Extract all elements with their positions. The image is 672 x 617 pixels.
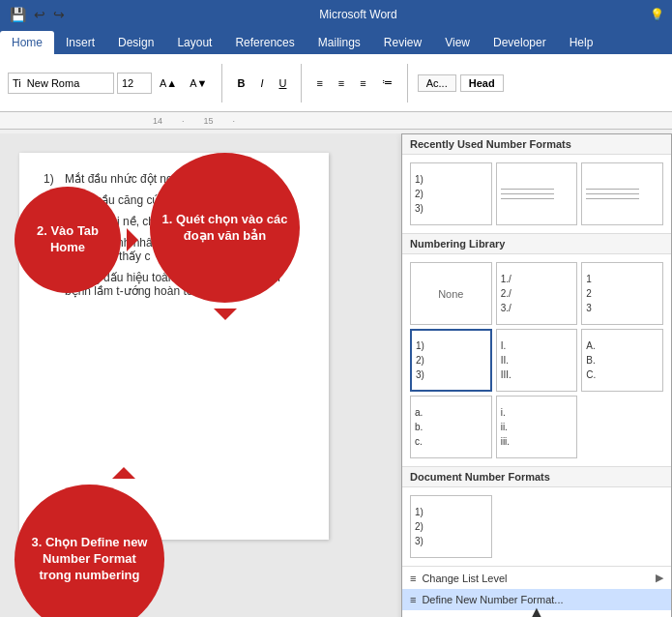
bold-btn[interactable]: B — [232, 73, 249, 94]
app-title: Microsoft Word — [67, 8, 650, 21]
main-area: 2. Vào Tab Home 1. Quét chọn vào các đoạ… — [0, 133, 672, 617]
recently-used-grid: 1) 2) 3) — [402, 155, 671, 233]
tab-developer[interactable]: Developer — [482, 31, 558, 54]
styles-group: Ac... Head — [418, 74, 504, 92]
font-shrink-btn[interactable]: A▼ — [185, 73, 212, 94]
tab-view[interactable]: View — [433, 31, 482, 54]
recent-format-3[interactable] — [581, 162, 663, 225]
callout-1: 1. Quét chọn vào các đoạn văn bản — [150, 153, 300, 303]
change-level-icon: ≡ — [410, 573, 416, 584]
tab-mailings[interactable]: Mailings — [307, 31, 372, 54]
ribbon-tabs: Home Insert Design Layout References Mai… — [0, 29, 672, 54]
tab-review[interactable]: Review — [372, 31, 433, 54]
format-numbered-plain[interactable]: 1 2 3 — [581, 262, 663, 325]
horizontal-ruler: 14·15· — [0, 112, 672, 130]
callout-2: 2. Vào Tab Home — [15, 187, 121, 293]
numbering-library-grid: None 1./ 2./ 3./ 1 2 3 1) 2) — [402, 254, 671, 466]
format-alpha-upper[interactable]: A. B. C. — [581, 329, 663, 392]
document-formats-grid: 1) 2) 3) — [402, 487, 671, 566]
underline-btn[interactable]: U — [274, 73, 291, 94]
format-numbered-dot[interactable]: 1./ 2./ 3./ — [496, 262, 578, 325]
change-level-label: Change List Level — [422, 573, 507, 584]
ribbon-divider-2 — [301, 64, 302, 103]
change-list-level-btn[interactable]: ≡ Change List Level ▶ — [402, 567, 671, 589]
document-area: 2. Vào Tab Home 1. Quét chọn vào các đoạ… — [0, 133, 672, 617]
recent-format-2[interactable] — [496, 162, 578, 225]
tab-insert[interactable]: Insert — [54, 31, 106, 54]
recently-used-title: Recently Used Number Formats — [402, 134, 671, 155]
recent-format-1[interactable]: 1) 2) 3) — [410, 162, 492, 225]
document-formats-title: Document Number Formats — [402, 467, 671, 487]
quick-access-toolbar: 💾 ↩ ↪ — [8, 5, 67, 24]
ribbon-divider-1 — [221, 64, 222, 103]
ribbon-body: A▲ A▼ B I U ≡ ≡ ≡ ≔ Ac... Head — [0, 54, 672, 112]
ruler-marks: 14·15· — [8, 116, 235, 126]
save-btn[interactable]: 💾 — [8, 5, 28, 24]
numbering-library-title: Numbering Library — [402, 234, 671, 254]
tab-home[interactable]: Home — [0, 31, 54, 54]
redo-btn[interactable]: ↪ — [51, 5, 67, 24]
align-center-btn[interactable]: ≡ — [334, 73, 349, 94]
numbering-panel: Recently Used Number Formats 1) 2) 3) — [401, 133, 672, 617]
tab-design[interactable]: Design — [106, 31, 165, 54]
format-none[interactable]: None — [410, 262, 492, 325]
font-grow-btn[interactable]: A▲ — [155, 73, 182, 94]
tab-layout[interactable]: Layout — [165, 31, 223, 54]
font-size-input[interactable] — [117, 73, 152, 94]
font-group: A▲ A▼ — [8, 73, 212, 94]
align-left-btn[interactable]: ≡ — [311, 73, 327, 94]
numbering-btn[interactable]: ≔ — [377, 73, 397, 94]
change-level-arrow: ▶ — [656, 572, 663, 584]
ribbon-divider-3 — [407, 64, 408, 103]
none-label: None — [438, 288, 463, 300]
italic-btn[interactable]: I — [255, 73, 268, 94]
style-normal[interactable]: Ac... — [418, 74, 456, 92]
format-roman-lower[interactable]: i. ii. iii. — [496, 396, 578, 458]
format-roman-upper[interactable]: I. II. III. — [496, 329, 578, 392]
format-alpha-lower[interactable]: a. b. c. — [410, 396, 492, 458]
define-icon: ≡ — [410, 594, 416, 605]
align-right-btn[interactable]: ≡ — [355, 73, 370, 94]
tab-references[interactable]: References — [223, 31, 306, 54]
style-heading[interactable]: Head — [460, 74, 504, 92]
format-numbered-paren[interactable]: 1) 2) 3) — [410, 329, 492, 392]
undo-btn[interactable]: ↩ — [32, 5, 47, 24]
doc-format-1[interactable]: 1) 2) 3) — [410, 495, 492, 558]
help-icon[interactable]: 💡 — [650, 8, 664, 21]
tab-help[interactable]: Help — [558, 31, 605, 54]
font-name-input[interactable] — [8, 73, 114, 94]
